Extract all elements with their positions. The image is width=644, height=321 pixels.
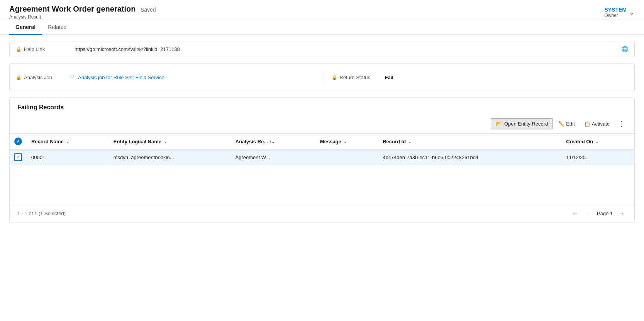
table-header: ✓ Record Name ⌄ Entity Logical Name ⌄ xyxy=(10,134,634,149)
cell-created-on: 11/12/20... xyxy=(561,149,634,165)
cell-analysis-re[interactable]: Agreement W... xyxy=(231,149,315,165)
message-sort[interactable]: Message ⌄ xyxy=(320,139,373,144)
activate-button[interactable]: Activate xyxy=(580,119,613,129)
table-footer: 1 - 1 of 1 (1 Selected) ⇤ ← Page 1 → xyxy=(10,204,634,222)
help-link-value[interactable]: https://go.microsoft.com/fwlink/?linkid=… xyxy=(75,46,617,52)
failing-records-title: Failing Records xyxy=(10,98,634,114)
record-name-sort[interactable]: Record Name ⌄ xyxy=(31,139,104,144)
activate-label: Activate xyxy=(592,121,610,127)
help-link-label: Help Link xyxy=(16,46,70,52)
col-created-on[interactable]: Created On ⌄ xyxy=(561,134,634,149)
return-status-value: Fail xyxy=(385,75,393,80)
record-count-label: 1 - 1 of 1 (1 Selected) xyxy=(17,211,66,216)
table-row[interactable]: ✓ 00001 msdyn_agreementbookin... Agreeme… xyxy=(10,149,634,165)
col-record-name[interactable]: Record Name ⌄ xyxy=(27,134,109,149)
globe-icon[interactable] xyxy=(622,46,628,52)
analysis-job-label-area: Analysis Job xyxy=(16,75,66,80)
open-entity-record-button[interactable]: Open Entity Record xyxy=(491,118,553,129)
analysis-job-doc-icon xyxy=(69,74,75,80)
page-title: Agreement Work Order generation - Saved xyxy=(9,5,156,14)
record-title: Agreement Work Order generation xyxy=(9,5,136,13)
return-status-field: Return Status Fail xyxy=(332,75,629,80)
return-status-label-area: Return Status xyxy=(332,75,382,80)
help-link-text: Help Link xyxy=(24,46,45,52)
records-table: ✓ Record Name ⌄ Entity Logical Name ⌄ xyxy=(10,133,634,165)
header-bar: Agreement Work Order generation - Saved … xyxy=(0,0,644,20)
header-right: SYSTEM Owner ⌄ xyxy=(604,7,635,18)
main-content: Help Link https://go.microsoft.com/fwlin… xyxy=(0,41,644,223)
message-sort-icon: ⌄ xyxy=(344,139,347,144)
help-link-section: Help Link https://go.microsoft.com/fwlin… xyxy=(9,41,635,57)
section-divider xyxy=(322,71,322,83)
open-entity-label: Open Entity Record xyxy=(504,121,548,127)
user-name[interactable]: SYSTEM xyxy=(604,7,627,13)
row-checkbox[interactable]: ✓ xyxy=(14,153,22,161)
edit-button[interactable]: Edit xyxy=(554,119,578,129)
open-entity-icon xyxy=(496,121,502,127)
col-analysis-re[interactable]: Analysis Re... ↑⌄ xyxy=(231,134,315,149)
record-subtitle: Analysis Result xyxy=(9,14,156,20)
cell-record-id: 4b474deb-7a30-ec11-b6e6-002248261bd4 xyxy=(378,149,561,165)
record-id-sort-icon: ⌄ xyxy=(408,139,411,144)
page-label: Page 1 xyxy=(597,211,613,216)
more-options-button[interactable]: ⋮ xyxy=(615,117,628,130)
prev-page-button[interactable]: ← xyxy=(583,209,594,218)
tab-general[interactable]: General xyxy=(9,20,42,35)
created-on-sort[interactable]: Created On ⌄ xyxy=(566,139,630,144)
owner-area: SYSTEM Owner xyxy=(604,7,627,18)
edit-icon xyxy=(558,121,564,127)
owner-label: Owner xyxy=(604,13,627,18)
analysis-section: Analysis Job Analysis job for Rule Set: … xyxy=(9,63,635,91)
lock-icon xyxy=(16,46,22,52)
col-message[interactable]: Message ⌄ xyxy=(315,134,378,149)
sort-icon: ⌄ xyxy=(66,139,69,144)
created-on-sort-icon: ⌄ xyxy=(595,139,598,144)
tab-bar: General Related xyxy=(0,20,644,35)
expand-chevron-icon[interactable]: ⌄ xyxy=(629,8,635,17)
failing-records-section: Failing Records Open Entity Record Edit … xyxy=(9,97,635,223)
analysis-job-lock-icon xyxy=(16,75,22,80)
return-status-lock-icon xyxy=(332,75,337,80)
cell-record-name: 00001 xyxy=(27,149,109,165)
analysis-row: Analysis Job Analysis job for Rule Set: … xyxy=(16,71,628,83)
select-all-checkbox[interactable]: ✓ xyxy=(14,138,22,145)
first-page-button[interactable]: ⇤ xyxy=(570,209,580,218)
tab-related[interactable]: Related xyxy=(42,20,73,35)
entity-name-sort[interactable]: Entity Logical Name ⌄ xyxy=(114,139,226,144)
next-page-button[interactable]: → xyxy=(616,209,627,218)
cell-entity-logical-name: msdyn_agreementbookin... xyxy=(109,149,231,165)
edit-label: Edit xyxy=(566,121,575,127)
entity-sort-icon: ⌄ xyxy=(164,139,167,144)
row-checkbox-cell[interactable]: ✓ xyxy=(10,149,27,165)
pagination-controls: ⇤ ← Page 1 → xyxy=(570,209,627,218)
analysis-job-field: Analysis Job Analysis job for Rule Set: … xyxy=(16,74,313,80)
header-left: Agreement Work Order generation - Saved … xyxy=(9,5,156,20)
table-body: ✓ 00001 msdyn_agreementbookin... Agreeme… xyxy=(10,149,634,165)
cell-message xyxy=(315,149,378,165)
saved-label: - Saved xyxy=(137,7,156,13)
record-id-sort[interactable]: Record Id ⌄ xyxy=(383,139,557,144)
activate-icon xyxy=(584,121,590,127)
analysis-job-label: Analysis Job xyxy=(24,75,52,80)
records-toolbar: Open Entity Record Edit Activate ⋮ xyxy=(10,114,634,133)
return-status-label: Return Status xyxy=(340,75,371,80)
select-all-header[interactable]: ✓ xyxy=(10,134,27,149)
analysis-re-sort[interactable]: Analysis Re... ↑⌄ xyxy=(236,139,311,144)
help-link-row: Help Link https://go.microsoft.com/fwlin… xyxy=(16,46,628,52)
analysis-job-value[interactable]: Analysis job for Rule Set: Field Service xyxy=(78,75,164,80)
col-entity-logical-name[interactable]: Entity Logical Name ⌄ xyxy=(109,134,231,149)
col-record-id[interactable]: Record Id ⌄ xyxy=(378,134,561,149)
